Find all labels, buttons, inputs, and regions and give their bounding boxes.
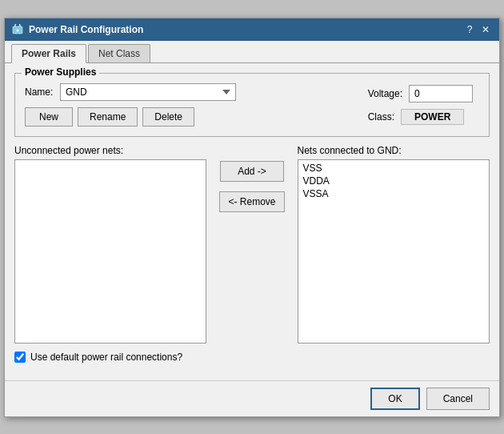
window-icon <box>11 23 24 36</box>
class-value: POWER <box>401 109 464 125</box>
nets-section: Unconnected power nets: Add -> <- Remove… <box>14 145 490 344</box>
list-item[interactable]: VSSA <box>300 187 487 200</box>
rename-button[interactable]: Rename <box>78 107 138 127</box>
window-title: Power Rail Configuration <box>29 24 462 35</box>
delete-button[interactable]: Delete <box>142 107 194 127</box>
unconnected-label: Unconnected power nets: <box>14 145 206 156</box>
title-bar: Power Rail Configuration ? ✕ <box>5 18 499 41</box>
checkbox-row: Use default power rail connections? <box>14 352 490 363</box>
unconnected-list[interactable] <box>14 159 206 344</box>
right-controls: Voltage: Class: POWER <box>368 85 479 125</box>
name-select[interactable]: GND VCC VDD <box>60 83 236 101</box>
list-item[interactable]: VDDA <box>300 175 487 187</box>
group-title: Power Supplies <box>22 66 99 78</box>
new-button[interactable]: New <box>25 107 73 127</box>
name-label: Name: <box>25 86 54 98</box>
voltage-label: Voltage: <box>368 88 402 99</box>
default-connections-checkbox[interactable] <box>14 352 26 363</box>
connected-area: Nets connected to GND: VSS VDDA VSSA <box>298 145 490 344</box>
dialog-window: Power Rail Configuration ? ✕ Power Rails… <box>4 18 500 417</box>
unconnected-area: Unconnected power nets: <box>14 145 206 344</box>
footer: OK Cancel <box>5 380 499 416</box>
close-button[interactable]: ✕ <box>478 22 493 37</box>
help-button[interactable]: ? <box>462 22 477 37</box>
voltage-input[interactable] <box>409 85 473 102</box>
tab-bar: Power Rails Net Class <box>5 41 499 63</box>
connected-label: Nets connected to GND: <box>298 145 490 156</box>
ok-button[interactable]: OK <box>370 388 419 410</box>
left-controls: Name: GND VCC VDD New Rename Delete <box>25 83 236 127</box>
tab-net-class[interactable]: Net Class <box>88 44 150 62</box>
remove-button[interactable]: <- Remove <box>219 191 284 212</box>
svg-point-1 <box>17 29 19 31</box>
tab-power-rails[interactable]: Power Rails <box>11 44 86 63</box>
main-content: Power Supplies Name: GND VCC VDD New <box>5 63 499 380</box>
list-item[interactable]: VSS <box>300 162 487 175</box>
add-button[interactable]: Add -> <box>220 161 284 182</box>
transfer-buttons: Add -> <- Remove <box>206 161 297 212</box>
connected-list[interactable]: VSS VDDA VSSA <box>298 159 490 344</box>
window-controls: ? ✕ <box>462 22 493 37</box>
class-label: Class: <box>368 111 394 123</box>
default-connections-label[interactable]: Use default power rail connections? <box>30 352 182 363</box>
power-supplies-group: Power Supplies Name: GND VCC VDD New <box>14 73 490 137</box>
cancel-button[interactable]: Cancel <box>426 388 490 410</box>
